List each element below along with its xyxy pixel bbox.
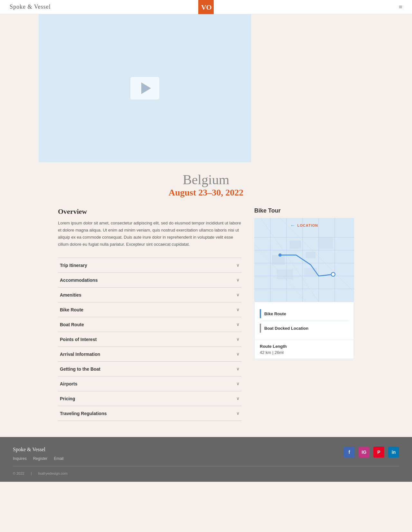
accordion-item-bike-route[interactable]: Bike Route ∨: [58, 302, 241, 317]
play-triangle: [141, 82, 151, 94]
svg-rect-17: [319, 237, 333, 249]
footer-socials: f IG P in: [344, 447, 399, 458]
route-length-section: Route Length 42 km | 26ml: [254, 340, 354, 359]
bike-tour-heading: Bike Tour: [254, 207, 354, 214]
map-location-label: ← LOCATION: [290, 223, 318, 228]
footer-left: Spoke & Vessel Inquires Register Email: [13, 447, 63, 461]
accordion-label-arrival-information: Arrival Information: [60, 352, 100, 357]
chevron-icon-arrival-information: ∨: [236, 351, 239, 357]
chevron-icon-pricing: ∨: [236, 396, 239, 401]
accordion-item-boat-route[interactable]: Boat Route ∨: [58, 317, 241, 332]
accordion-item-accommodations[interactable]: Accommodations ∨: [58, 272, 241, 287]
route-length-label: Route Length: [260, 344, 349, 349]
center-logo: VO: [198, 0, 214, 15]
footer-divider: [13, 466, 399, 466]
accordion-item-pricing[interactable]: Pricing ∨: [58, 391, 241, 406]
footer-link-register[interactable]: Register: [33, 456, 48, 461]
chevron-icon-amenities: ∨: [236, 292, 239, 298]
chevron-icon-bike-route: ∨: [236, 307, 239, 312]
accordion-item-getting-to-boat[interactable]: Getting to the Boat ∨: [58, 361, 241, 376]
main-content: Overview Lorem ipsum dolor sit amet, con…: [52, 207, 360, 421]
back-arrow-icon[interactable]: ←: [290, 223, 295, 228]
footer-bottom: © 2022 | lisafryedesign.com: [13, 471, 399, 475]
accordion-label-trip-itinerary: Trip Itinerary: [60, 263, 87, 268]
footer-designer: lisafryedesign.com: [38, 471, 68, 475]
country-name: Belgium: [6, 172, 406, 187]
svg-rect-15: [306, 252, 315, 258]
instagram-icon[interactable]: IG: [359, 447, 370, 458]
destination-title-section: Belgium August 23–30, 2022: [0, 162, 412, 201]
svg-text:VO: VO: [201, 3, 212, 11]
overview-text: Lorem ipsum dolor sit amet, consectetur …: [58, 220, 241, 248]
accordion-item-airports[interactable]: Airports ∨: [58, 376, 241, 391]
accordion-label-points-of-interest: Points of Interest: [60, 337, 97, 342]
legend-gray-line: [260, 324, 261, 333]
accordion-label-accommodations: Accommodations: [60, 278, 98, 283]
accordion-item-arrival-information[interactable]: Arrival Information ∨: [58, 347, 241, 361]
svg-rect-16: [272, 255, 285, 265]
footer-link-email[interactable]: Email: [54, 456, 63, 461]
accordion-item-trip-itinerary[interactable]: Trip Itinerary ∨: [58, 258, 241, 272]
legend-boat-location-label: Boat Docked Location: [264, 326, 308, 331]
accordion-item-amenities[interactable]: Amenities ∨: [58, 287, 241, 302]
svg-point-20: [278, 253, 282, 257]
accordion-item-points-of-interest[interactable]: Points of Interest ∨: [58, 332, 241, 347]
chevron-icon-getting-to-boat: ∨: [236, 366, 239, 372]
legend-blue-line: [260, 309, 261, 318]
right-column: Bike Tour: [254, 207, 354, 421]
accordion-label-bike-route: Bike Route: [60, 307, 83, 312]
hero-image: [39, 14, 251, 162]
facebook-icon[interactable]: f: [344, 447, 355, 458]
trip-dates: August 23–30, 2022: [6, 187, 406, 198]
accordion-label-traveling-regulations: Traveling Regulations: [60, 411, 107, 416]
overview-heading: Overview: [58, 207, 241, 216]
hero-section: [0, 14, 412, 162]
map-container: ← LOCATION: [254, 218, 354, 302]
svg-rect-14: [290, 241, 301, 249]
svg-point-21: [331, 272, 335, 276]
footer-brand: Spoke & Vessel: [13, 447, 63, 452]
hero-side-left: [0, 14, 39, 162]
accordion-item-traveling-regulations[interactable]: Traveling Regulations ∨: [58, 406, 241, 421]
accordion-label-pricing: Pricing: [60, 396, 75, 401]
accordion-label-amenities: Amenities: [60, 292, 81, 298]
accordion: Trip Itinerary ∨ Accommodations ∨ Amenit…: [58, 258, 241, 421]
footer-links: Inquires Register Email: [13, 456, 63, 461]
hero-side-right: [251, 14, 290, 162]
chevron-icon-traveling-regulations: ∨: [236, 411, 239, 416]
svg-rect-19: [304, 268, 317, 277]
video-play-button[interactable]: [130, 77, 159, 100]
linkedin-icon[interactable]: in: [388, 447, 399, 458]
pinterest-icon[interactable]: P: [373, 447, 384, 458]
chevron-icon-points-of-interest: ∨: [236, 337, 239, 342]
svg-line-11: [261, 218, 319, 302]
footer-divider-pipe: |: [31, 471, 32, 475]
location-text: LOCATION: [297, 223, 318, 227]
logo-svg: VO: [200, 1, 212, 13]
map-streets-svg: [254, 218, 354, 302]
footer: Spoke & Vessel Inquires Register Email f…: [0, 437, 412, 482]
chevron-icon-accommodations: ∨: [236, 277, 239, 283]
logo-icon: VO: [198, 0, 214, 15]
accordion-label-airports: Airports: [60, 381, 77, 386]
chevron-icon-boat-route: ∨: [236, 322, 239, 327]
footer-link-inquires[interactable]: Inquires: [13, 456, 27, 461]
legend-boat-location: Boat Docked Location: [260, 321, 349, 335]
route-length-value: 42 km | 26ml: [260, 350, 349, 355]
chevron-icon-airports: ∨: [236, 381, 239, 386]
legend-bike-route: Bike Route: [260, 307, 349, 321]
brand-name: Spoke & Vessel: [10, 4, 51, 10]
hamburger-menu[interactable]: ≡: [399, 3, 402, 11]
footer-top: Spoke & Vessel Inquires Register Email f…: [13, 447, 399, 461]
footer-copyright: © 2022: [13, 471, 24, 475]
map-legend: Bike Route Boat Docked Location: [254, 302, 354, 340]
left-column: Overview Lorem ipsum dolor sit amet, con…: [58, 207, 241, 421]
svg-rect-18: [277, 270, 293, 279]
header: Spoke & Vessel VO ≡: [0, 0, 412, 14]
legend-bike-route-label: Bike Route: [264, 311, 286, 316]
accordion-label-boat-route: Boat Route: [60, 322, 84, 327]
accordion-label-getting-to-boat: Getting to the Boat: [60, 366, 100, 372]
chevron-icon-trip-itinerary: ∨: [236, 262, 239, 268]
